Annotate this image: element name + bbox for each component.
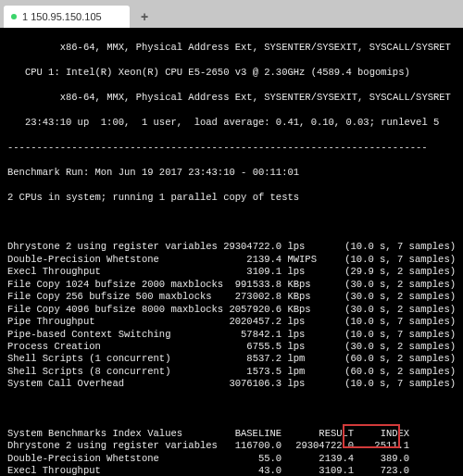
result-row: File Copy 256 bufsize 500 maxblocks27300… bbox=[7, 291, 456, 303]
cpu-info-line: CPU 1: Intel(R) Xeon(R) CPU E5-2650 v3 @… bbox=[7, 67, 456, 79]
result-row: Process Creation6755.5 lps(30.0 s, 2 sam… bbox=[7, 341, 456, 353]
result-row: Double-Precision Whetstone2139.4 MWIPS(1… bbox=[7, 254, 456, 266]
uptime-line: 23:43:10 up 1:00, 1 user, load average: … bbox=[7, 117, 456, 129]
terminal-output: x86-64, MMX, Physical Address Ext, SYSEN… bbox=[0, 28, 463, 476]
result-row: System Call Overhead3076106.3 lps(10.0 s… bbox=[7, 378, 456, 390]
index-row: Double-Precision Whetstone55.02139.4389.… bbox=[7, 453, 409, 465]
status-dot-icon bbox=[11, 14, 17, 19]
cpu-info-line: x86-64, MMX, Physical Address Ext, SYSEN… bbox=[7, 42, 456, 54]
highlight-box bbox=[343, 424, 400, 448]
run-info: 2 CPUs in system; running 1 parallel cop… bbox=[7, 192, 456, 204]
result-row: Dhrystone 2 using register variables2930… bbox=[7, 241, 456, 253]
result-row: Execl Throughput3109.1 lps(29.9 s, 2 sam… bbox=[7, 266, 456, 278]
plus-icon: + bbox=[141, 9, 148, 24]
results-table: Dhrystone 2 using register variables2930… bbox=[7, 241, 456, 390]
result-row: Shell Scripts (1 concurrent)8537.2 lpm(6… bbox=[7, 353, 456, 365]
separator: ----------------------------------------… bbox=[7, 142, 456, 154]
cpu-info-line: x86-64, MMX, Physical Address Ext, SYSEN… bbox=[7, 92, 456, 104]
result-row: File Copy 1024 bufsize 2000 maxblocks991… bbox=[7, 279, 456, 291]
result-row: Shell Scripts (8 concurrent)1573.5 lpm(6… bbox=[7, 366, 456, 378]
col-baseline: BASELINE bbox=[223, 428, 282, 440]
result-row: Pipe Throughput2020457.2 lps(10.0 s, 7 s… bbox=[7, 316, 456, 328]
tab-bar: 1 150.95.150.105 + bbox=[0, 0, 463, 28]
result-row: File Copy 4096 bufsize 8000 maxblocks205… bbox=[7, 304, 456, 316]
tab-session[interactable]: 1 150.95.150.105 bbox=[4, 6, 130, 28]
new-tab-button[interactable]: + bbox=[133, 6, 156, 28]
col-title: System Benchmarks Index Values bbox=[7, 428, 223, 440]
index-row: Execl Throughput43.03109.1723.0 bbox=[7, 465, 409, 476]
run-info: Benchmark Run: Mon Jun 19 2017 23:43:10 … bbox=[7, 167, 456, 179]
result-row: Pipe-based Context Switching57842.1 lps(… bbox=[7, 329, 456, 341]
tab-label: 1 150.95.150.105 bbox=[22, 11, 102, 22]
